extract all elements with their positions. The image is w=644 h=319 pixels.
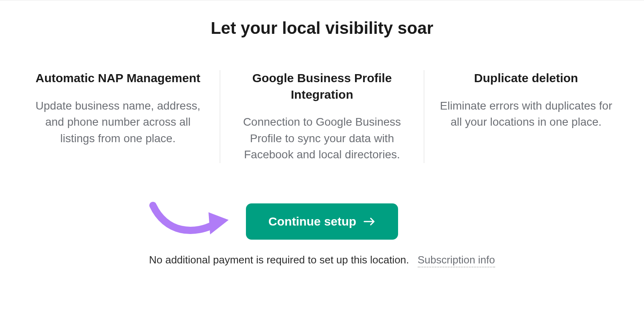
continue-setup-button[interactable]: Continue setup bbox=[246, 203, 398, 240]
subscription-info-link[interactable]: Subscription info bbox=[418, 254, 495, 267]
feature-nap: Automatic NAP Management Update business… bbox=[16, 70, 220, 163]
annotation-arrow-icon bbox=[149, 199, 237, 244]
feature-duplicate: Duplicate deletion Eliminate errors with… bbox=[424, 70, 628, 163]
feature-desc: Update business name, address, and phone… bbox=[30, 98, 206, 147]
feature-desc: Connection to Google Business Profile to… bbox=[234, 114, 410, 163]
continue-setup-label: Continue setup bbox=[268, 215, 356, 228]
feature-title: Automatic NAP Management bbox=[30, 70, 206, 87]
page-title: Let your local visibility soar bbox=[16, 19, 628, 38]
feature-title: Google Business Profile Integration bbox=[234, 70, 410, 103]
feature-title: Duplicate deletion bbox=[438, 70, 614, 87]
features-row: Automatic NAP Management Update business… bbox=[16, 70, 628, 163]
feature-gbp: Google Business Profile Integration Conn… bbox=[220, 70, 424, 163]
arrow-right-icon bbox=[363, 217, 376, 226]
footer-note: No additional payment is required to set… bbox=[16, 254, 628, 266]
cta-wrap: Continue setup bbox=[16, 203, 628, 240]
footer-note-text: No additional payment is required to set… bbox=[149, 254, 409, 266]
feature-desc: Eliminate errors with duplicates for all… bbox=[438, 98, 614, 130]
